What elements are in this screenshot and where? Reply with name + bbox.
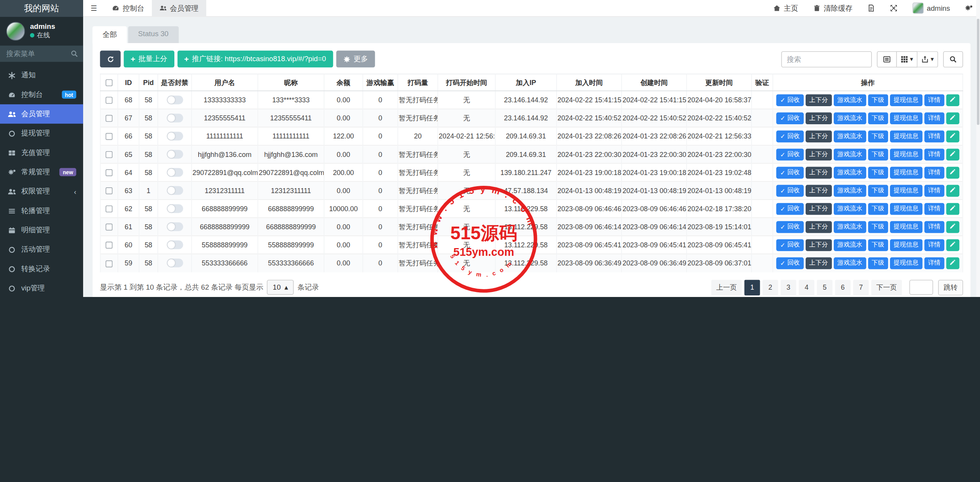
- page-button-6[interactable]: 6: [835, 280, 851, 295]
- gameflow-button[interactable]: 游戏流水: [834, 94, 866, 106]
- recycle-button[interactable]: ✓回收: [776, 239, 803, 251]
- prev-page-button[interactable]: 上一页: [711, 280, 742, 295]
- page-button-5[interactable]: 5: [817, 280, 833, 295]
- sidebar-item-members[interactable]: 会员管理: [0, 104, 83, 123]
- withdraw-info-button[interactable]: 提现信息: [890, 239, 922, 251]
- fullscreen-icon[interactable]: [883, 0, 905, 16]
- updown-button[interactable]: 上下分: [805, 94, 831, 106]
- ban-toggle[interactable]: [167, 132, 183, 141]
- row-checkbox[interactable]: [105, 242, 112, 249]
- updown-button[interactable]: 上下分: [805, 130, 831, 142]
- search-icon[interactable]: [70, 48, 78, 59]
- page-jump-button[interactable]: 跳转: [938, 280, 963, 295]
- gameflow-button[interactable]: 游戏流水: [834, 148, 866, 160]
- page-button-4[interactable]: 4: [799, 280, 814, 295]
- updown-button[interactable]: 上下分: [805, 257, 831, 269]
- row-checkbox[interactable]: [105, 188, 112, 195]
- clear-cache-link[interactable]: 清除缓存: [806, 0, 860, 16]
- gameflow-button[interactable]: 游戏流水: [834, 167, 866, 178]
- detail-button[interactable]: 详情: [924, 112, 944, 124]
- sidebar-item-withdraw[interactable]: 提现管理: [0, 123, 83, 143]
- ban-toggle[interactable]: [167, 259, 183, 268]
- detail-button[interactable]: 详情: [924, 239, 944, 251]
- row-checkbox[interactable]: [105, 224, 112, 231]
- table-search-input[interactable]: [781, 51, 872, 67]
- recycle-button[interactable]: ✓回收: [776, 203, 803, 215]
- promo-link-button[interactable]: + 推广链接: https://btcasino818.vip/#/?pid=0: [177, 51, 333, 68]
- ban-toggle[interactable]: [167, 204, 183, 213]
- ban-toggle[interactable]: [167, 114, 183, 123]
- batch-add-score-button[interactable]: + 批量上分: [124, 51, 174, 68]
- withdraw-info-button[interactable]: 提现信息: [890, 130, 922, 142]
- recycle-button[interactable]: ✓回收: [776, 94, 803, 106]
- updown-button[interactable]: 上下分: [805, 221, 831, 233]
- page-button-2[interactable]: 2: [763, 280, 778, 295]
- withdraw-info-button[interactable]: 提现信息: [890, 167, 922, 178]
- search-submit-icon[interactable]: [943, 51, 963, 67]
- export-icon[interactable]: ▾: [918, 51, 938, 67]
- sidebar-item-notice[interactable]: 通知: [0, 65, 83, 85]
- page-size-select[interactable]: 10 ▴: [267, 280, 294, 295]
- detail-button[interactable]: 详情: [924, 257, 944, 269]
- edit-button[interactable]: [946, 148, 959, 160]
- updown-button[interactable]: 上下分: [805, 203, 831, 215]
- withdraw-info-button[interactable]: 提现信息: [890, 221, 922, 233]
- subordinate-button[interactable]: 下级: [868, 257, 888, 269]
- withdraw-info-button[interactable]: 提现信息: [890, 94, 922, 106]
- ban-toggle[interactable]: [167, 186, 183, 195]
- subordinate-button[interactable]: 下级: [868, 221, 888, 233]
- edit-button[interactable]: [946, 185, 959, 197]
- edit-button[interactable]: [946, 203, 959, 215]
- updown-button[interactable]: 上下分: [805, 185, 831, 197]
- page-button-3[interactable]: 3: [781, 280, 796, 295]
- withdraw-info-button[interactable]: 提现信息: [890, 148, 922, 160]
- gameflow-button[interactable]: 游戏流水: [834, 130, 866, 142]
- sidebar-item-recharge[interactable]: 充值管理: [0, 143, 83, 162]
- subordinate-button[interactable]: 下级: [868, 94, 888, 106]
- subordinate-button[interactable]: 下级: [868, 185, 888, 197]
- refresh-button[interactable]: [100, 51, 121, 68]
- edit-button[interactable]: [946, 257, 959, 269]
- page-button-1[interactable]: 1: [744, 280, 760, 295]
- sidebar-item-carousel[interactable]: 轮播管理: [0, 201, 83, 220]
- tab-status-30[interactable]: Status 30: [128, 26, 179, 43]
- sidebar-item-activity[interactable]: 活动管理: [0, 240, 83, 259]
- select-all-checkbox[interactable]: [105, 80, 112, 87]
- detail-view-icon[interactable]: [877, 51, 897, 67]
- sidebar-item-dashboard[interactable]: 控制台hot: [0, 85, 83, 104]
- gameflow-button[interactable]: 游戏流水: [834, 221, 866, 233]
- sidebar-search-input[interactable]: [5, 49, 70, 58]
- sidebar-toggle-icon[interactable]: ☰: [83, 0, 105, 16]
- withdraw-info-button[interactable]: 提现信息: [890, 185, 922, 197]
- row-checkbox[interactable]: [105, 115, 112, 122]
- ban-toggle[interactable]: [167, 96, 183, 105]
- ban-toggle[interactable]: [167, 240, 183, 249]
- withdraw-info-button[interactable]: 提现信息: [890, 203, 922, 215]
- subordinate-button[interactable]: 下级: [868, 130, 888, 142]
- edit-button[interactable]: [946, 130, 959, 142]
- detail-button[interactable]: 详情: [924, 94, 944, 106]
- recycle-button[interactable]: ✓回收: [776, 148, 803, 160]
- gameflow-button[interactable]: 游戏流水: [834, 239, 866, 251]
- subordinate-button[interactable]: 下级: [868, 239, 888, 251]
- edit-button[interactable]: [946, 112, 959, 124]
- edit-button[interactable]: [946, 239, 959, 251]
- recycle-button[interactable]: ✓回收: [776, 130, 803, 142]
- detail-button[interactable]: 详情: [924, 185, 944, 197]
- withdraw-info-button[interactable]: 提现信息: [890, 257, 922, 269]
- row-checkbox[interactable]: [105, 133, 112, 140]
- subordinate-button[interactable]: 下级: [868, 167, 888, 178]
- navbar-tab-dashboard[interactable]: 控制台: [105, 0, 152, 16]
- ban-toggle[interactable]: [167, 222, 183, 231]
- recycle-button[interactable]: ✓回收: [776, 112, 803, 124]
- detail-button[interactable]: 详情: [924, 148, 944, 160]
- recycle-button[interactable]: ✓回收: [776, 185, 803, 197]
- sidebar-item-permission[interactable]: 权限管理‹: [0, 182, 83, 201]
- edit-button[interactable]: [946, 221, 959, 233]
- more-button[interactable]: 更多: [336, 51, 375, 68]
- columns-icon[interactable]: ▾: [897, 51, 918, 67]
- recycle-button[interactable]: ✓回收: [776, 257, 803, 269]
- tab-all[interactable]: 全部: [92, 26, 127, 43]
- subordinate-button[interactable]: 下级: [868, 203, 888, 215]
- home-link[interactable]: 主页: [766, 0, 806, 16]
